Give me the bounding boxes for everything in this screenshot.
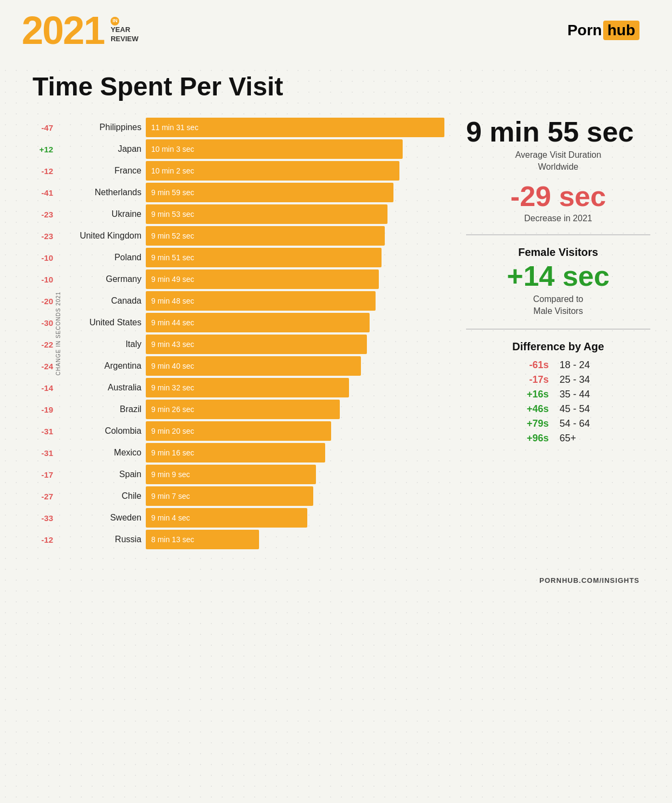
y-axis-label: CHANGE IN SECONDS 2021 (55, 292, 61, 376)
country-name: United States (57, 318, 141, 327)
age-rows: -61s18 - 24-17s25 - 34+16s35 - 44+46s45 … (466, 359, 650, 444)
avg-duration-block: 9 min 55 sec Average Visit Duration Worl… (466, 118, 650, 174)
bar-container: 9 min 48 sec (146, 291, 444, 311)
year-number: 2021 (22, 11, 104, 50)
age-row: -61s18 - 24 (466, 359, 650, 371)
bar-label: 9 min 44 sec (151, 318, 194, 327)
bar-container: 9 min 49 sec (146, 269, 444, 289)
age-row: +46s45 - 54 (466, 403, 650, 415)
bar-label: 9 min 52 sec (151, 232, 194, 240)
chart-row: -22Italy9 min 43 sec (33, 335, 444, 354)
bar: 9 min 52 sec (146, 226, 385, 246)
bar: 9 min 43 sec (146, 335, 367, 354)
decrease-block: -29 sec Decrease in 2021 (466, 182, 650, 223)
bar-container: 9 min 52 sec (146, 226, 444, 246)
bar-container: 9 min 4 sec (146, 508, 444, 528)
change-value: -47 (33, 123, 53, 132)
bar-label: 8 min 13 sec (151, 535, 194, 544)
age-range: 25 - 34 (560, 374, 598, 386)
chart-row: -24Argentina9 min 40 sec (33, 356, 444, 376)
bar-container: 9 min 59 sec (146, 183, 444, 202)
bar-label: 9 min 32 sec (151, 383, 194, 392)
age-range: 35 - 44 (560, 389, 598, 400)
divider-1 (466, 234, 650, 235)
age-range: 54 - 64 (560, 418, 598, 429)
avg-duration-value: 9 min 55 sec (466, 118, 650, 146)
change-value: -19 (33, 405, 53, 414)
chart-row: -30United States9 min 44 sec (33, 313, 444, 332)
decrease-value: -29 sec (466, 182, 650, 210)
bar: 8 min 13 sec (146, 530, 259, 549)
age-row: -17s25 - 34 (466, 374, 650, 386)
bar: 9 min 32 sec (146, 378, 349, 397)
chart-row: -10Poland9 min 51 sec (33, 248, 444, 267)
bar: 11 min 31 sec (146, 118, 444, 137)
bar-container: 10 min 3 sec (146, 139, 444, 159)
bar: 9 min 4 sec (146, 508, 307, 528)
female-visitors-desc: Compared to Male Visitors (466, 293, 650, 318)
bar-container: 9 min 20 sec (146, 421, 444, 441)
change-value: -14 (33, 383, 53, 393)
hub-text: hub (603, 21, 639, 40)
bar-container: 10 min 2 sec (146, 161, 444, 181)
bar: 9 min 9 sec (146, 465, 316, 484)
change-value: -31 (33, 427, 53, 436)
bar: 10 min 2 sec (146, 161, 399, 181)
age-change: +16s (519, 389, 549, 400)
bar-label: 9 min 40 sec (151, 362, 194, 370)
country-name: Spain (57, 470, 141, 479)
country-name: France (57, 166, 141, 176)
bar-container: 9 min 40 sec (146, 356, 444, 376)
chart-row: -27Chile9 min 7 sec (33, 486, 444, 506)
change-value: -33 (33, 513, 53, 523)
bar: 9 min 48 sec (146, 291, 376, 311)
bar: 9 min 51 sec (146, 248, 382, 267)
country-name: Colombia (57, 426, 141, 436)
change-value: -12 (33, 535, 53, 544)
change-value: -23 (33, 232, 53, 241)
age-change: -17s (519, 374, 549, 386)
female-visitors-value: +14 sec (466, 262, 650, 290)
country-name: Germany (57, 274, 141, 284)
age-change: +79s (519, 418, 549, 429)
logo-left: 2021 in YEARREVIEW (22, 11, 138, 50)
bar-label: 9 min 51 sec (151, 253, 194, 262)
country-name: Australia (57, 383, 141, 393)
age-change: +96s (519, 433, 549, 444)
change-value: -23 (33, 210, 53, 219)
in-badge-icon: in (111, 17, 119, 25)
age-row: +96s65+ (466, 433, 650, 444)
bar: 9 min 53 sec (146, 204, 387, 224)
bar-container: 11 min 31 sec (146, 118, 444, 137)
bar: 9 min 44 sec (146, 313, 370, 332)
change-value: -27 (33, 492, 53, 501)
chart-row: -33Sweden9 min 4 sec (33, 508, 444, 528)
chart-row: -14Australia9 min 32 sec (33, 378, 444, 397)
bar-label: 9 min 7 sec (151, 492, 190, 500)
change-value: -31 (33, 448, 53, 458)
bar-label: 9 min 16 sec (151, 448, 194, 457)
country-name: Philippines (57, 123, 141, 132)
chart-row: -31Mexico9 min 16 sec (33, 443, 444, 462)
country-name: Poland (57, 253, 141, 262)
stats-section: 9 min 55 sec Average Visit Duration Worl… (466, 118, 650, 549)
header: 2021 in YEARREVIEW Porn hub (0, 0, 672, 61)
change-value: -10 (33, 275, 53, 284)
bar: 10 min 3 sec (146, 139, 403, 159)
bar-container: 9 min 9 sec (146, 465, 444, 484)
bar-label: 11 min 31 sec (151, 123, 198, 132)
bar-container: 9 min 44 sec (146, 313, 444, 332)
divider-2 (466, 329, 650, 330)
chart-rows: -47Philippines11 min 31 sec+12Japan10 mi… (33, 118, 444, 549)
footer: PORNHUB.COM/INSIGHTS (0, 571, 672, 595)
country-name: Brazil (57, 404, 141, 414)
bar-container: 8 min 13 sec (146, 530, 444, 549)
bar-container: 9 min 32 sec (146, 378, 444, 397)
change-value: -41 (33, 188, 53, 197)
change-value: -10 (33, 253, 53, 262)
bar-label: 10 min 3 sec (151, 145, 194, 153)
year-review-text: in YEARREVIEW (111, 17, 138, 44)
age-change: -61s (519, 359, 549, 371)
chart-row: -23Ukraine9 min 53 sec (33, 204, 444, 224)
change-value: -22 (33, 340, 53, 349)
